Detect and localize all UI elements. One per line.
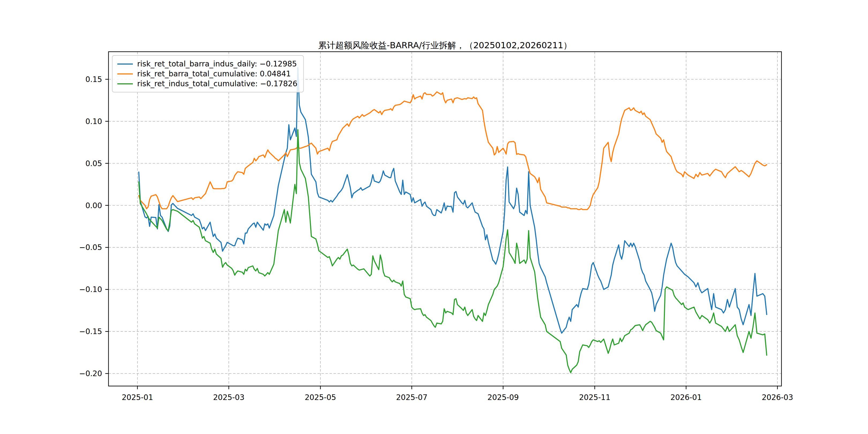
y-tick-label: −0.15 [79, 327, 102, 336]
risk_ret_barra_total_cumulative-line [139, 92, 767, 210]
risk_ret_indus_total_cumulative-line [139, 130, 767, 373]
x-tick-label: 2025-11 [579, 393, 611, 402]
y-tick-label: 0.05 [86, 159, 102, 168]
legend-line-swatch [117, 83, 133, 84]
risk_ret_total_barra_indus_daily-line [139, 67, 767, 333]
x-tick-label: 2026-01 [671, 393, 702, 402]
y-tick-label: −0.20 [79, 369, 102, 378]
legend-label: risk_ret_indus_total_cumulative: −0.1782… [137, 79, 298, 88]
y-tick-label: 0.00 [86, 201, 102, 210]
x-tick-label: 2025-09 [488, 393, 519, 402]
x-tick-label: 2026-03 [762, 393, 793, 402]
legend-item: risk_ret_barra_total_cumulative: 0.04841 [117, 69, 298, 79]
legend: risk_ret_total_barra_indus_daily: −0.129… [112, 55, 304, 92]
legend-label: risk_ret_barra_total_cumulative: 0.04841 [137, 69, 291, 78]
legend-label: risk_ret_total_barra_indus_daily: −0.129… [137, 60, 297, 68]
y-tick-label: −0.05 [79, 243, 102, 252]
x-tick-label: 2025-01 [122, 393, 153, 402]
y-tick-label: 0.15 [86, 75, 102, 84]
y-tick-label: 0.10 [86, 117, 102, 126]
legend-item: risk_ret_total_barra_indus_daily: −0.129… [117, 59, 298, 69]
x-tick-label: 2025-07 [396, 393, 428, 402]
legend-item: risk_ret_indus_total_cumulative: −0.1782… [117, 79, 298, 89]
x-tick-label: 2025-05 [305, 393, 336, 402]
legend-line-swatch [117, 63, 133, 65]
legend-line-swatch [117, 73, 133, 74]
x-tick-label: 2025-03 [213, 393, 245, 402]
figure: 累计超额风险收益-BARRA/行业拆解，（20250102,20260211） … [0, 0, 868, 434]
y-tick-label: −0.10 [79, 285, 102, 294]
